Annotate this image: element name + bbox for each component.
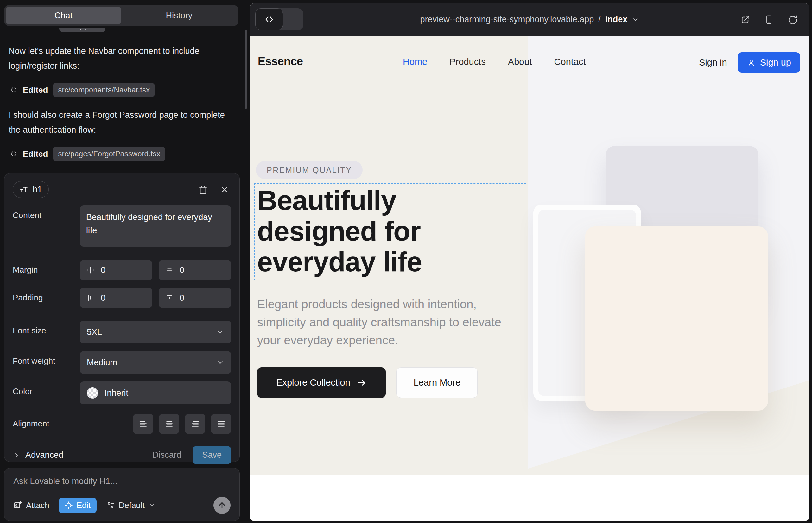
- advanced-toggle[interactable]: Advanced: [13, 450, 63, 460]
- h1-selection-outline[interactable]: Beautifully designed for everyday life: [254, 183, 526, 281]
- prompt-actions: Attach Edit Default: [13, 497, 231, 514]
- url-host: preview--charming-site-symphony.lovable.…: [420, 15, 594, 24]
- font-size-label: Font size: [13, 321, 80, 343]
- lovable-app: Chat History Now let's update the Navbar…: [0, 0, 812, 523]
- learn-more-button[interactable]: Learn More: [396, 367, 478, 398]
- alignment-field-row: Alignment: [13, 414, 231, 434]
- send-button[interactable]: [213, 497, 231, 514]
- element-editor-panel: h1 Content Beautifully designed fo: [4, 173, 240, 462]
- element-tag-label: h1: [33, 184, 42, 194]
- save-button[interactable]: Save: [193, 446, 231, 464]
- chat-sidebar: Chat History Now let's update the Navbar…: [0, 0, 247, 523]
- margin-field-row: Margin 0 0: [13, 260, 231, 280]
- code-icon: [255, 8, 283, 30]
- padding-vertical-input[interactable]: 0: [159, 288, 231, 308]
- site-logo[interactable]: Essence: [258, 55, 303, 68]
- site-nav-links: Home Products About Contact: [403, 57, 586, 72]
- color-field-row: Color Inherit: [13, 381, 231, 404]
- align-center-icon: [164, 419, 174, 429]
- explore-collection-button[interactable]: Explore Collection: [257, 367, 386, 398]
- editor-header: h1: [13, 181, 231, 198]
- person-icon: [747, 58, 756, 67]
- margin-vertical-input[interactable]: 0: [159, 260, 231, 280]
- sliders-icon: [106, 501, 115, 510]
- chevron-down-icon: [216, 328, 224, 336]
- align-left-icon: [138, 419, 148, 429]
- nav-link-contact[interactable]: Contact: [554, 57, 586, 72]
- hero-headline[interactable]: Beautifully designed for everyday life: [257, 185, 526, 277]
- hero-paragraph: Elegant products designed with intention…: [257, 295, 514, 349]
- padding-horizontal-icon: [86, 293, 95, 302]
- sign-in-button[interactable]: Sign in: [699, 57, 727, 68]
- site-auth-actions: Sign in Sign up: [699, 52, 800, 73]
- editor-footer: Advanced Discard Save: [13, 446, 231, 464]
- alignment-label: Alignment: [13, 414, 80, 434]
- font-weight-select[interactable]: Medium: [80, 351, 231, 374]
- premium-quality-badge: PREMIUM QUALITY: [256, 161, 363, 179]
- align-center-button[interactable]: [159, 414, 179, 434]
- sidebar-tabs: Chat History: [4, 5, 239, 26]
- align-left-button[interactable]: [133, 414, 153, 434]
- mobile-view-button[interactable]: [762, 13, 776, 26]
- refresh-button[interactable]: [785, 13, 799, 26]
- chevron-down-icon: [216, 358, 224, 366]
- font-size-select[interactable]: 5XL: [80, 321, 231, 343]
- align-justify-icon: [216, 419, 226, 429]
- chat-message: I should also create a Forgot Password p…: [8, 108, 230, 138]
- code-icon: [10, 150, 18, 158]
- mobile-phone-icon: [764, 15, 774, 25]
- default-mode-button[interactable]: Default: [106, 501, 156, 510]
- content-field-row: Content Beautifully designed for everyda…: [13, 205, 231, 247]
- decor-card-cream: [585, 227, 768, 411]
- edited-file-chip[interactable]: src/components/Navbar.tsx: [53, 83, 155, 97]
- chat-scrollbar[interactable]: [245, 30, 247, 109]
- close-editor-button[interactable]: [218, 183, 231, 196]
- site-content: Essence Home Products About Contact Sign…: [250, 36, 810, 521]
- margin-horizontal-icon: [86, 266, 95, 274]
- padding-vertical-icon: [165, 293, 174, 302]
- url-separator: /: [598, 15, 601, 24]
- chevron-down-icon: [148, 502, 156, 509]
- preview-window: preview--charming-site-symphony.lovable.…: [250, 3, 810, 521]
- color-select[interactable]: Inherit: [80, 381, 231, 404]
- hero-cta-row: Explore Collection Learn More: [257, 367, 478, 398]
- open-in-new-tab-button[interactable]: [739, 13, 753, 26]
- align-justify-button[interactable]: [211, 414, 231, 434]
- nav-link-about[interactable]: About: [508, 57, 532, 72]
- prompt-input[interactable]: Ask Lovable to modify H1...: [13, 476, 231, 486]
- site-navbar: Essence Home Products About Contact Sign…: [250, 36, 810, 90]
- edited-label: Edited: [23, 85, 48, 95]
- selected-element-badge[interactable]: h1: [13, 181, 49, 198]
- content-label: Content: [13, 205, 80, 247]
- padding-field-row: Padding 0 0: [13, 288, 231, 308]
- font-weight-field-row: Font weight Medium: [13, 351, 231, 374]
- margin-horizontal-input[interactable]: 0: [80, 260, 152, 280]
- discard-button[interactable]: Discard: [152, 450, 181, 460]
- color-swatch: [87, 387, 98, 399]
- preview-topbar: preview--charming-site-symphony.lovable.…: [250, 3, 810, 36]
- prompt-panel: Ask Lovable to modify H1... Attach Edit: [4, 468, 240, 521]
- trash-icon: [198, 185, 208, 194]
- tab-chat[interactable]: Chat: [6, 7, 121, 24]
- nav-link-home[interactable]: Home: [403, 57, 427, 72]
- content-input[interactable]: Beautifully designed for everyday life: [80, 205, 231, 247]
- align-right-button[interactable]: [185, 414, 205, 434]
- margin-vertical-icon: [165, 266, 174, 274]
- refresh-icon: [787, 15, 797, 25]
- nav-link-products[interactable]: Products: [449, 57, 486, 72]
- font-weight-label: Font weight: [13, 351, 80, 374]
- edited-file-chip[interactable]: src/pages/ForgotPassword.tsx: [53, 147, 165, 161]
- padding-horizontal-input[interactable]: 0: [80, 288, 152, 308]
- delete-element-button[interactable]: [196, 183, 210, 196]
- sign-up-button[interactable]: Sign up: [738, 52, 800, 73]
- code-icon: [10, 86, 18, 94]
- preview-actions: [739, 3, 799, 36]
- chat-message: Now let's update the Navbar component to…: [8, 44, 230, 73]
- text-element-icon: [19, 185, 29, 194]
- tab-history[interactable]: History: [121, 7, 237, 24]
- edit-mode-button[interactable]: Edit: [59, 498, 96, 513]
- preview-url[interactable]: preview--charming-site-symphony.lovable.…: [420, 15, 639, 24]
- site-bottom-section: [250, 475, 810, 521]
- attach-button[interactable]: Attach: [13, 501, 49, 510]
- code-view-toggle[interactable]: [255, 8, 303, 30]
